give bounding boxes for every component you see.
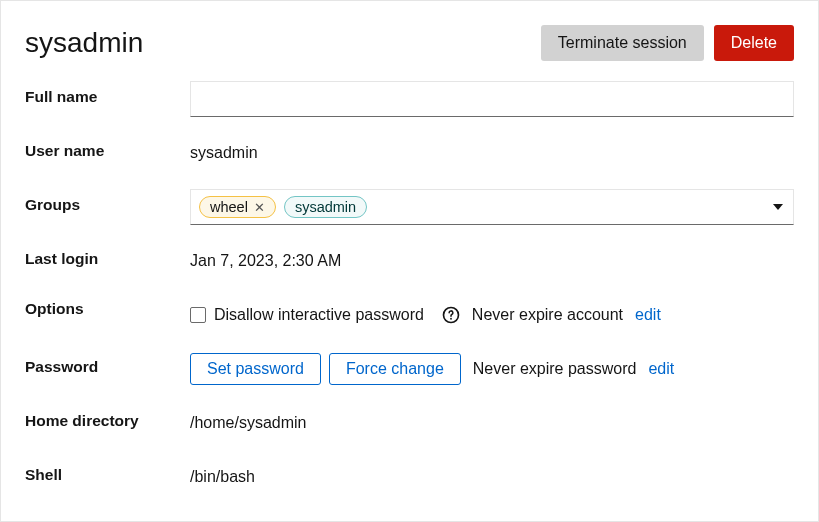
groups-selector[interactable]: wheel ✕ sysadmin	[190, 189, 794, 225]
help-icon[interactable]	[442, 306, 460, 324]
user-detail-panel: sysadmin Terminate session Delete Full n…	[0, 0, 819, 522]
chevron-down-icon[interactable]	[773, 204, 783, 210]
shell-value: /bin/bash	[190, 468, 255, 486]
group-chip-label: sysadmin	[295, 199, 356, 215]
terminate-session-button[interactable]: Terminate session	[541, 25, 704, 61]
force-change-button[interactable]: Force change	[329, 353, 461, 385]
disallow-interactive-label: Disallow interactive password	[214, 306, 424, 324]
never-expire-password-text: Never expire password	[473, 360, 637, 378]
label-full-name: Full name	[25, 81, 190, 117]
label-user-name: User name	[25, 135, 190, 171]
edit-account-expiry-link[interactable]: edit	[635, 306, 661, 324]
set-password-button[interactable]: Set password	[190, 353, 321, 385]
label-groups: Groups	[25, 189, 190, 225]
label-options: Options	[25, 297, 190, 333]
user-name-value: sysadmin	[190, 144, 258, 162]
form-grid: Full name User name sysadmin Groups whee…	[1, 81, 818, 495]
last-login-value: Jan 7, 2023, 2:30 AM	[190, 252, 341, 270]
delete-button[interactable]: Delete	[714, 25, 794, 61]
page-title: sysadmin	[25, 27, 143, 59]
label-shell: Shell	[25, 459, 190, 495]
full-name-input[interactable]	[190, 81, 794, 117]
password-row: Set password Force change Never expire p…	[190, 353, 674, 385]
options-row: Disallow interactive password Never expi…	[190, 306, 661, 324]
svg-point-1	[450, 318, 452, 320]
header-actions: Terminate session Delete	[541, 25, 794, 61]
group-chip-label: wheel	[210, 199, 248, 215]
panel-header: sysadmin Terminate session Delete	[1, 1, 818, 81]
disallow-interactive-checkbox[interactable]	[190, 307, 206, 323]
label-last-login: Last login	[25, 243, 190, 279]
edit-password-expiry-link[interactable]: edit	[648, 360, 674, 378]
home-directory-value: /home/sysadmin	[190, 414, 307, 432]
label-password: Password	[25, 351, 190, 387]
never-expire-account-text: Never expire account	[472, 306, 623, 324]
group-chip-sysadmin: sysadmin	[284, 196, 367, 218]
group-chip-wheel: wheel ✕	[199, 196, 276, 218]
label-home-directory: Home directory	[25, 405, 190, 441]
close-icon[interactable]: ✕	[254, 201, 265, 214]
